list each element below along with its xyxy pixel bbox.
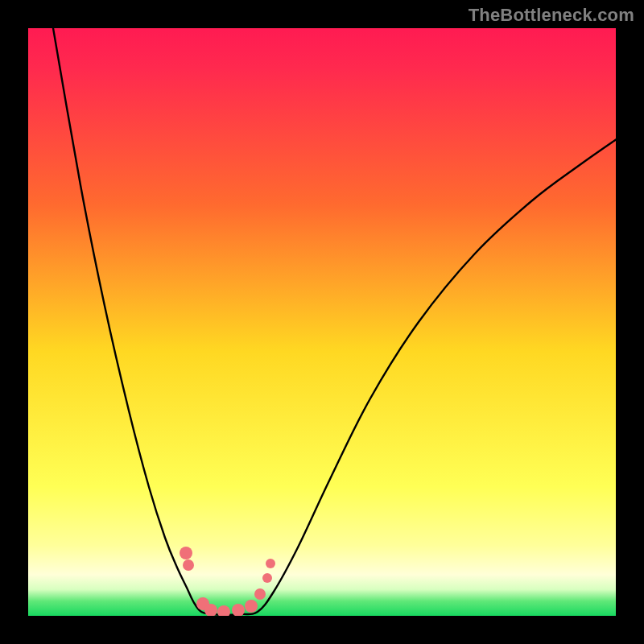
data-marker [266, 559, 275, 568]
data-marker [180, 547, 192, 559]
data-marker [217, 605, 230, 618]
data-marker [262, 573, 272, 583]
outer-frame: { "watermark": "TheBottleneck.com", "col… [0, 0, 644, 644]
data-marker [232, 604, 245, 617]
data-marker [254, 588, 266, 600]
watermark-text: TheBottleneck.com [469, 5, 634, 26]
chart-canvas [0, 0, 644, 644]
data-marker [245, 600, 258, 613]
data-marker [204, 604, 217, 617]
data-marker [183, 559, 194, 571]
plot-background [28, 28, 616, 616]
